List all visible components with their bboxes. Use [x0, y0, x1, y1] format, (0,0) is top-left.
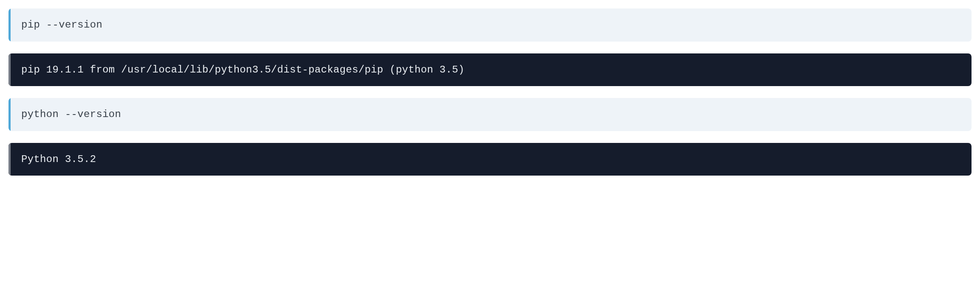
output-text: pip 19.1.1 from /usr/local/lib/python3.5…: [21, 64, 465, 75]
command-input-block: pip --version: [8, 8, 972, 42]
command-input-block: python --version: [8, 98, 972, 131]
command-output-block: Python 3.5.2: [8, 143, 972, 176]
command-text: python --version: [21, 109, 121, 120]
output-text: Python 3.5.2: [21, 154, 96, 165]
command-text: pip --version: [21, 19, 102, 31]
command-output-block: pip 19.1.1 from /usr/local/lib/python3.5…: [8, 53, 972, 87]
